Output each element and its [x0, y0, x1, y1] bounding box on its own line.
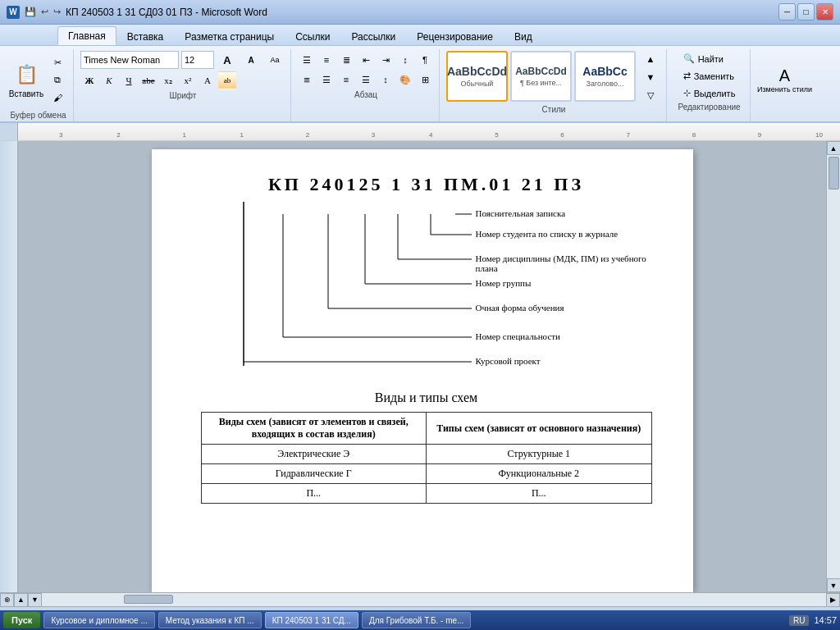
change-style-label: Изменить стили [757, 85, 812, 94]
styles-row: AaBbCcDd Обычный AaBbCcDd ¶ Без инте... … [446, 51, 661, 103]
multilevel-button[interactable]: ≣ [337, 51, 355, 69]
label-1: Пояснительная записка [476, 208, 566, 218]
taskbar-item-3[interactable]: Для Грибовой Т.Б. - me... [362, 612, 471, 628]
horizontal-scrollbar[interactable]: ⊕ ▲ ▼ ▶ [0, 592, 840, 606]
prev-page-button[interactable]: ▲ [14, 593, 28, 607]
copy-button[interactable]: ⧉ [47, 72, 68, 89]
language-button[interactable]: RU [789, 615, 809, 626]
cut-button[interactable]: ✂ [47, 55, 68, 71]
restore-button[interactable]: □ [797, 3, 815, 21]
taskbar: Пуск Курсовое и дипломное ... Метод указ… [0, 610, 840, 630]
justify-button[interactable]: ☰ [357, 71, 375, 89]
tab-insert[interactable]: Вставка [116, 27, 175, 45]
align-left-button[interactable]: ≡ [298, 71, 316, 89]
style-no-spacing-button[interactable]: AaBbCcDd ¶ Без инте... [510, 51, 572, 102]
underline-button[interactable]: Ч [120, 71, 138, 89]
style-up-button[interactable]: ▲ [640, 51, 661, 67]
editing-label: Редактирование [678, 103, 740, 112]
align-center-button[interactable]: ☰ [317, 71, 336, 89]
quick-save[interactable]: 💾 [25, 7, 36, 17]
close-button[interactable]: ✕ [816, 3, 833, 21]
bracket-diagram: Пояснительная записка Номер студента по … [201, 202, 652, 374]
title-bar: W 💾 ↩ ↪ КП 240503 1 31 СД03 01 ПЗ - Micr… [0, 0, 840, 25]
scheme-table: Виды схем (зависят от элементов и связей… [201, 412, 652, 504]
numbering-button[interactable]: ≡ [317, 51, 336, 69]
strikethrough-button[interactable]: abe [139, 71, 158, 89]
page-select-button[interactable]: ⊕ [0, 593, 14, 607]
tab-mailings[interactable]: Рассылки [340, 27, 406, 45]
find-icon: 🔍 [683, 53, 695, 64]
label-6: Номер специальности [476, 331, 560, 341]
font-size-input[interactable] [181, 51, 214, 69]
border-button[interactable]: ⊞ [416, 71, 434, 89]
bullets-button[interactable]: ☰ [298, 51, 316, 69]
quick-undo[interactable]: ↩ [41, 7, 48, 17]
font-group: A A Aa Ж К Ч abe x₂ x² A ab Шрифт [75, 49, 291, 121]
highlight-button[interactable]: ab [218, 71, 236, 89]
paste-button[interactable]: 📋 Вставить [8, 54, 44, 107]
line-spacing-button[interactable]: ↕ [377, 71, 395, 89]
style-scroll: ▲ ▼ ▽ [640, 51, 661, 103]
label-7: Курсовой проект [476, 356, 541, 366]
vertical-scrollbar[interactable]: ▲ ▼ [826, 141, 840, 592]
minimize-button[interactable]: ─ [778, 3, 796, 21]
ruler: 3 2 1 1 2 3 4 5 6 7 8 9 10 [0, 123, 840, 141]
font-name-input[interactable] [80, 51, 179, 69]
scroll-down-button[interactable]: ▼ [827, 578, 841, 592]
vertical-ruler [0, 141, 18, 592]
tab-page-layout[interactable]: Разметка страницы [174, 27, 285, 45]
superscript-button[interactable]: x² [179, 71, 197, 89]
style-normal-button[interactable]: AaBbCcDd Обычный [446, 51, 508, 102]
style-down-button[interactable]: ▼ [640, 69, 661, 85]
quick-redo[interactable]: ↪ [53, 7, 61, 17]
show-hide-button[interactable]: ¶ [416, 51, 434, 69]
document-area[interactable]: КП 240125 1 31 ПМ.01 21 ПЗ [18, 141, 826, 592]
title-section: КП 240125 1 31 ПМ.01 21 ПЗ [201, 174, 652, 374]
table-cell-2-2: Функциональные 2 [427, 464, 652, 484]
scroll-up-button[interactable]: ▲ [827, 141, 841, 155]
italic-button[interactable]: К [100, 71, 118, 89]
h-scroll-thumb[interactable] [124, 595, 173, 604]
h-scroll-track[interactable] [42, 593, 826, 606]
scroll-thumb[interactable] [829, 157, 839, 189]
style-heading1-button[interactable]: AaBbCc Заголово... [574, 51, 636, 102]
bold-button[interactable]: Ж [80, 71, 98, 89]
tab-review[interactable]: Рецензирование [406, 27, 504, 45]
replace-button[interactable]: ⇄ Заменить [678, 68, 742, 84]
bracket-svg [201, 202, 652, 374]
style-more-button[interactable]: ▽ [640, 87, 661, 103]
shading-button[interactable]: 🎨 [396, 71, 414, 89]
tab-view[interactable]: Вид [504, 27, 543, 45]
font-label: Шрифт [170, 91, 197, 100]
font-row2: Ж К Ч abe x₂ x² A ab [80, 71, 285, 89]
change-style-button[interactable]: A Изменить стили [757, 51, 812, 108]
align-right-button[interactable]: ≡ [337, 71, 355, 89]
clear-format-button[interactable]: Aa [264, 52, 285, 68]
change-style-icon: A [779, 66, 790, 85]
styles-label: Стили [542, 105, 566, 114]
increase-font-button[interactable]: A [217, 52, 238, 68]
sort-button[interactable]: ↕ [396, 51, 414, 69]
text-color-button[interactable]: A [199, 71, 217, 89]
find-button[interactable]: 🔍 Найти [678, 51, 742, 66]
scroll-right-button[interactable]: ▶ [826, 593, 840, 607]
tab-references[interactable]: Ссылки [285, 27, 340, 45]
change-style-group: A Изменить стили [752, 49, 817, 121]
decrease-font-button[interactable]: A [240, 52, 262, 68]
scroll-track[interactable] [827, 155, 840, 578]
next-page-button[interactable]: ▼ [28, 593, 42, 607]
select-button[interactable]: ⊹ Выделить [678, 85, 742, 101]
select-icon: ⊹ [683, 88, 691, 98]
clipboard-group: 📋 Вставить ✂ ⧉ 🖌 Буфер обмена [3, 49, 74, 121]
taskbar-item-2[interactable]: КП 240503 1 31 СД... [265, 612, 358, 628]
subscript-button[interactable]: x₂ [159, 71, 177, 89]
increase-indent-button[interactable]: ⇥ [377, 51, 395, 69]
label-2: Номер студента по списку в журнале [476, 229, 619, 239]
decrease-indent-button[interactable]: ⇤ [357, 51, 375, 69]
taskbar-item-1[interactable]: Метод указания к КП ... [158, 612, 262, 628]
tab-home[interactable]: Главная [57, 26, 116, 45]
format-painter-button[interactable]: 🖌 [47, 89, 68, 106]
taskbar-item-0[interactable]: Курсовое и дипломное ... [43, 612, 154, 628]
start-button[interactable]: Пуск [3, 612, 40, 628]
ruler-corner[interactable] [0, 123, 18, 141]
